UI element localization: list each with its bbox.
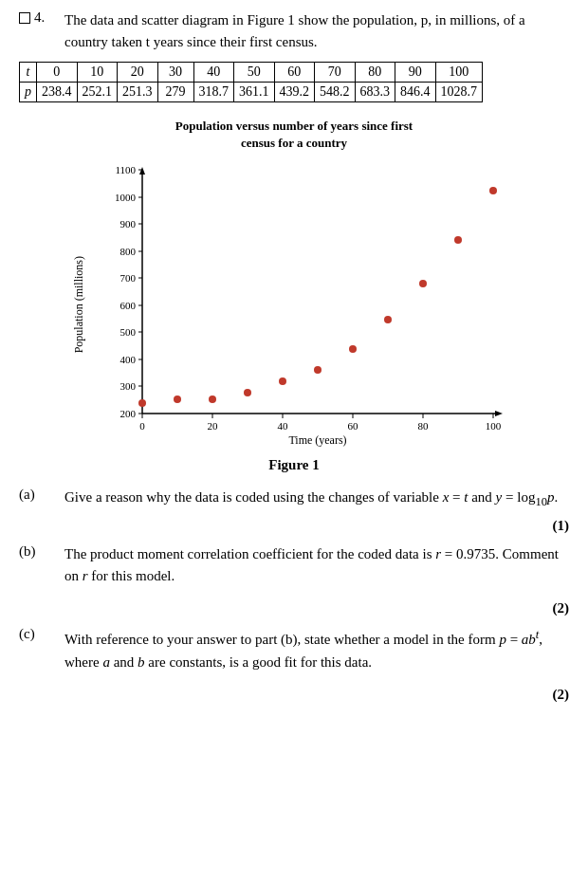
table-cell: 40 xyxy=(193,63,234,83)
scatter-point xyxy=(384,316,392,323)
checkbox-icon xyxy=(19,12,30,24)
table-cell: 251.3 xyxy=(118,83,158,102)
table-cell: 1028.7 xyxy=(435,83,483,102)
table-cell: 846.4 xyxy=(395,83,436,102)
part-b-label: (b) xyxy=(19,543,64,560)
data-table: t 0 10 20 30 40 50 60 70 80 90 100 p 238… xyxy=(19,62,483,102)
svg-text:0: 0 xyxy=(139,420,145,432)
table-row-t: t 0 10 20 30 40 50 60 70 80 90 100 xyxy=(20,63,483,83)
table-cell: 100 xyxy=(435,63,483,83)
figure-label: Figure 1 xyxy=(19,457,569,473)
table-cell: 318.7 xyxy=(193,83,234,102)
scatter-point xyxy=(209,396,216,403)
chart-title-line2: census for a country xyxy=(241,136,347,150)
svg-text:20: 20 xyxy=(207,420,218,432)
svg-text:1000: 1000 xyxy=(115,192,137,203)
table-cell: 90 xyxy=(395,63,436,83)
svg-marker-1 xyxy=(139,167,145,175)
table-cell: 683.3 xyxy=(355,83,395,102)
part-b-content: The product moment correlation coefficie… xyxy=(64,543,569,588)
scatter-point xyxy=(349,345,357,353)
svg-text:600: 600 xyxy=(119,300,136,311)
part-c: (c) With reference to your answer to par… xyxy=(19,626,569,673)
svg-text:1100: 1100 xyxy=(115,164,136,175)
part-a: (a) Give a reason why the data is coded … xyxy=(19,487,569,511)
svg-text:100: 100 xyxy=(485,420,501,432)
svg-text:500: 500 xyxy=(119,326,136,338)
q-number-label: 4. xyxy=(34,9,45,26)
table-cell: 238.4 xyxy=(37,83,78,102)
y-axis-label: Population (millions) xyxy=(72,256,86,353)
table-cell: 50 xyxy=(234,63,275,83)
table-cell: 361.1 xyxy=(234,83,275,102)
svg-text:400: 400 xyxy=(119,354,136,365)
part-b: (b) The product moment correlation coeff… xyxy=(19,543,569,588)
scatter-point xyxy=(314,366,322,374)
table-cell: 10 xyxy=(77,63,118,83)
svg-text:40: 40 xyxy=(277,420,288,432)
part-c-content: With reference to your answer to part (b… xyxy=(64,626,569,673)
question-number: 4. xyxy=(19,9,64,26)
svg-text:80: 80 xyxy=(417,420,429,432)
table-cell: 60 xyxy=(274,63,315,83)
table-cell: p xyxy=(20,83,37,102)
chart-title: Population versus number of years since … xyxy=(175,118,413,152)
scatter-point xyxy=(489,187,497,194)
table-cell: 70 xyxy=(315,63,356,83)
table-cell: 0 xyxy=(37,63,78,83)
scatter-point xyxy=(454,236,462,244)
table-cell: 252.1 xyxy=(77,83,118,102)
svg-text:Time (years): Time (years) xyxy=(288,433,346,447)
svg-text:900: 900 xyxy=(119,218,136,230)
scatter-point xyxy=(244,389,251,396)
table-cell: 80 xyxy=(355,63,395,83)
part-c-label: (c) xyxy=(19,626,64,642)
part-a-label: (a) xyxy=(19,487,64,503)
table-cell: 548.2 xyxy=(315,83,356,102)
table-cell: 20 xyxy=(118,63,158,83)
svg-marker-3 xyxy=(495,411,503,416)
svg-text:800: 800 xyxy=(119,246,136,257)
svg-text:200: 200 xyxy=(119,408,136,419)
table-row-p: p 238.4 252.1 251.3 279 318.7 361.1 439.… xyxy=(20,83,483,102)
scatter-point xyxy=(138,399,146,407)
chart-area: Population (millions) 200 300 400 xyxy=(72,157,517,451)
scatter-point xyxy=(419,280,427,287)
svg-text:60: 60 xyxy=(347,420,358,432)
question-intro: The data and scatter diagram in Figure 1… xyxy=(64,9,569,52)
svg-text:300: 300 xyxy=(119,380,136,392)
question-header: 4. The data and scatter diagram in Figur… xyxy=(19,9,569,52)
part-b-marks: (2) xyxy=(19,600,569,616)
svg-text:700: 700 xyxy=(119,272,136,284)
chart-title-line1: Population versus number of years since … xyxy=(175,119,413,133)
scatter-chart: 200 300 400 500 600 700 800 900 1000 110… xyxy=(90,157,517,451)
part-c-marks: (2) xyxy=(19,687,569,703)
scatter-point xyxy=(279,377,286,385)
scatter-point xyxy=(174,396,181,403)
part-a-content: Give a reason why the data is coded usin… xyxy=(64,487,569,511)
table-cell: 439.2 xyxy=(274,83,315,102)
part-a-marks: (1) xyxy=(19,518,569,534)
chart-container: Population versus number of years since … xyxy=(19,118,569,451)
table-cell: 279 xyxy=(157,83,193,102)
table-cell: 30 xyxy=(157,63,193,83)
table-cell: t xyxy=(20,63,37,83)
